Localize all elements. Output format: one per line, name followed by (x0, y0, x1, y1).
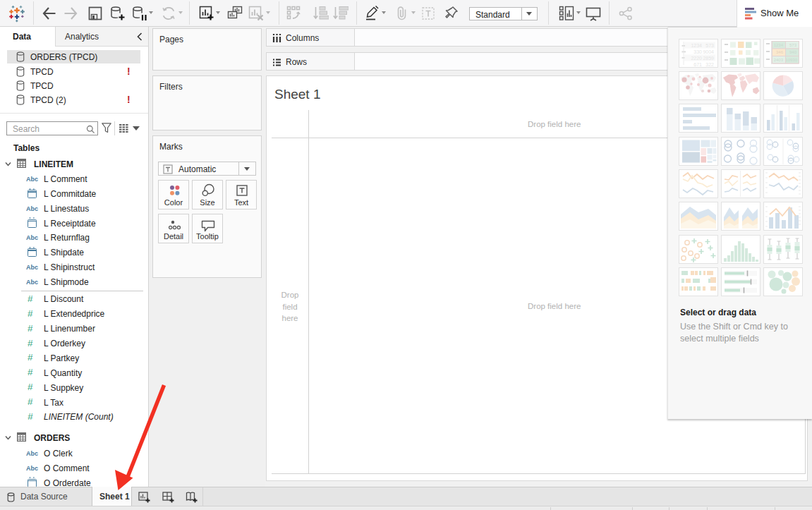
svg-text:573: 573 (789, 42, 797, 47)
svg-text:9004: 9004 (703, 49, 714, 54)
svg-text:671: 671 (693, 62, 702, 67)
svg-text:2859: 2859 (703, 56, 714, 61)
svg-text:1234: 1234 (691, 43, 702, 48)
svg-text:1234: 1234 (774, 42, 784, 47)
svg-text:346: 346 (776, 50, 784, 54)
svg-text:2220: 2220 (691, 56, 702, 61)
svg-text:2403: 2403 (774, 57, 784, 61)
svg-text:10930: 10930 (785, 57, 797, 61)
svg-text:322: 322 (705, 62, 714, 67)
svg-text:573: 573 (705, 43, 714, 48)
svg-text:940: 940 (789, 50, 797, 54)
svg-text:330: 330 (693, 49, 702, 54)
